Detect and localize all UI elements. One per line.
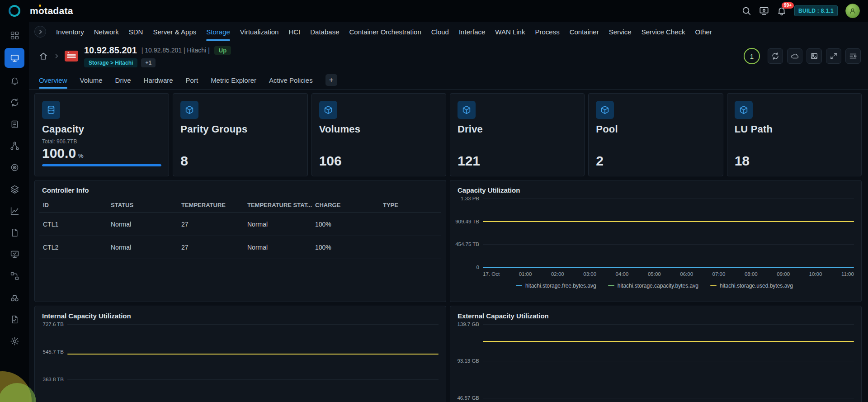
capacity-value: 100.0 bbox=[42, 146, 76, 161]
collapse-panel-icon bbox=[849, 52, 857, 60]
table-row[interactable]: CTL1 Normal 27 Normal 100% – bbox=[39, 213, 441, 236]
sidebar-item-topology[interactable] bbox=[5, 137, 24, 155]
series-line-internal-used bbox=[67, 354, 439, 355]
collapse-panel-button[interactable] bbox=[845, 48, 861, 64]
y-tick: 139.7 GB bbox=[457, 322, 479, 327]
column-header: TEMPERATURE bbox=[181, 202, 247, 208]
sidebar-item-alerts[interactable] bbox=[5, 71, 24, 90]
layers-icon bbox=[10, 184, 19, 194]
sidebar-item-settings[interactable] bbox=[5, 332, 24, 350]
nav-tab-interface[interactable]: Interface bbox=[459, 23, 485, 41]
brand-logo[interactable] bbox=[0, 5, 29, 17]
summary-card-capacity: Capacity Total: 906.7TB 100.0 % bbox=[34, 93, 169, 176]
topbar-actions: 99+ BUILD : 8.1.1 bbox=[741, 4, 868, 18]
device-tag[interactable]: Storage > Hitachi bbox=[84, 58, 137, 67]
nav-tab-sdn[interactable]: SDN bbox=[129, 23, 143, 41]
chart-legend: hitachi.storage.free.bytes.avg hitachi.s… bbox=[455, 283, 854, 289]
flow-icon bbox=[10, 271, 19, 281]
cloud-button[interactable] bbox=[787, 48, 802, 64]
sidebar-item-monitoring[interactable] bbox=[5, 48, 24, 68]
sidebar-item-compliance[interactable] bbox=[5, 310, 24, 328]
nav-tab-process[interactable]: Process bbox=[535, 23, 559, 41]
nav-tab-server-apps[interactable]: Server & Apps bbox=[153, 23, 196, 41]
device-text-block: 10.92.85.201 | 10.92.85.201 | Hitachi | … bbox=[84, 45, 231, 67]
legend-swatch bbox=[710, 285, 717, 286]
nav-tab-service[interactable]: Service bbox=[609, 23, 632, 41]
sidebar-item-dashboard[interactable] bbox=[5, 26, 24, 44]
fullscreen-button[interactable] bbox=[826, 48, 841, 64]
device-tag-more[interactable]: +1 bbox=[141, 58, 156, 67]
nav-tab-cloud[interactable]: Cloud bbox=[431, 23, 449, 41]
sidebar-item-reports[interactable] bbox=[5, 223, 24, 241]
add-tab-button[interactable]: + bbox=[326, 74, 337, 86]
cube-icon bbox=[739, 105, 749, 115]
internal-capacity-chart: 727.6 TB 545.7 TB 363.8 TB bbox=[35, 323, 446, 402]
user-avatar[interactable] bbox=[845, 4, 860, 18]
column-header: STATUS bbox=[111, 202, 181, 208]
tab-volume[interactable]: Volume bbox=[80, 71, 103, 89]
sidebar-item-discovery[interactable] bbox=[5, 288, 24, 307]
brand-text: motadata bbox=[30, 5, 73, 16]
search-icon[interactable] bbox=[741, 6, 751, 16]
chevron-right-icon bbox=[38, 29, 43, 35]
device-title[interactable]: 10.92.85.201 bbox=[84, 45, 137, 56]
tab-metric-explorer[interactable]: Metric Explorer bbox=[211, 71, 256, 89]
nav-tab-hci[interactable]: HCI bbox=[288, 23, 300, 41]
sidebar-item-inventory[interactable] bbox=[5, 115, 24, 133]
nav-tab-virtualization[interactable]: Virtualization bbox=[240, 23, 279, 41]
screenshot-button[interactable] bbox=[807, 48, 822, 64]
plot-area[interactable] bbox=[483, 324, 854, 402]
sidebar-item-flows[interactable] bbox=[5, 267, 24, 285]
panel-title: Internal Capacity Utilization bbox=[35, 306, 446, 323]
home-icon[interactable] bbox=[39, 52, 48, 61]
cell-charge: 100% bbox=[315, 221, 383, 228]
tab-overview[interactable]: Overview bbox=[39, 71, 67, 89]
alert-count-ring[interactable]: 1 bbox=[744, 48, 760, 64]
tab-port[interactable]: Port bbox=[186, 71, 198, 89]
sidebar-item-analytics[interactable] bbox=[5, 202, 24, 220]
nav-tab-storage[interactable]: Storage bbox=[206, 23, 230, 41]
internal-capacity-utilization-panel: Internal Capacity Utilization 727.6 TB 5… bbox=[34, 306, 446, 402]
card-title: Parity Groups bbox=[180, 123, 300, 135]
tab-drive[interactable]: Drive bbox=[115, 71, 131, 89]
nav-tab-network[interactable]: Network bbox=[94, 23, 119, 41]
nav-tab-container[interactable]: Container bbox=[570, 23, 599, 41]
nav-tab-database[interactable]: Database bbox=[310, 23, 339, 41]
sidebar-item-automation[interactable] bbox=[5, 180, 24, 198]
nav-tab-wan-link[interactable]: WAN Link bbox=[495, 23, 525, 41]
screen-cast-icon[interactable] bbox=[759, 6, 769, 16]
notification-count-badge: 99+ bbox=[782, 2, 794, 9]
cell-temperature-status: Normal bbox=[247, 244, 315, 251]
legend-item-free[interactable]: hitachi.storage.free.bytes.avg bbox=[516, 283, 596, 289]
sidebar-item-agents[interactable] bbox=[5, 245, 24, 263]
bell-icon bbox=[10, 76, 19, 85]
nav-scroll-right-button[interactable] bbox=[34, 26, 46, 38]
refresh-button[interactable] bbox=[768, 48, 783, 64]
x-tick: 08:00 bbox=[745, 271, 758, 277]
plot-area[interactable] bbox=[67, 324, 439, 402]
table-row[interactable]: CTL2 Normal 27 Normal 100% – bbox=[39, 236, 441, 259]
y-axis-labels: 1.33 PB 909.49 TB 454.75 TB 0 bbox=[455, 199, 483, 267]
x-tick: 07:00 bbox=[712, 271, 726, 277]
legend-item-capacity[interactable]: hitachi.storage.capacity.bytes.avg bbox=[608, 283, 698, 289]
notifications-button[interactable]: 99+ bbox=[777, 6, 787, 16]
x-tick: 05:00 bbox=[648, 271, 661, 277]
tab-active-policies[interactable]: Active Policies bbox=[269, 71, 313, 89]
overview-content: Capacity Total: 906.7TB 100.0 % Parity G… bbox=[29, 90, 868, 402]
screen-check-icon bbox=[10, 250, 19, 259]
sidebar-item-incidents[interactable] bbox=[5, 93, 24, 111]
cell-id: CTL1 bbox=[43, 221, 111, 228]
nav-tab-container-orchestration[interactable]: Container Orchestration bbox=[349, 23, 421, 41]
y-axis-labels: 139.7 GB 93.13 GB 46.57 GB bbox=[455, 324, 483, 402]
cell-id: CTL2 bbox=[43, 244, 111, 251]
plot-area[interactable] bbox=[483, 199, 854, 267]
nav-tab-service-check[interactable]: Service Check bbox=[642, 23, 685, 41]
legend-item-used[interactable]: hitachi.storage.used.bytes.avg bbox=[710, 283, 793, 289]
tab-hardware[interactable]: Hardware bbox=[144, 71, 173, 89]
nav-tab-inventory[interactable]: Inventory bbox=[56, 23, 84, 41]
device-actions: 1 bbox=[744, 48, 861, 64]
nav-tab-other[interactable]: Other bbox=[695, 23, 712, 41]
motadata-logo-icon bbox=[9, 5, 20, 17]
card-value: 121 bbox=[458, 153, 577, 169]
sidebar-item-scan[interactable] bbox=[5, 158, 24, 176]
